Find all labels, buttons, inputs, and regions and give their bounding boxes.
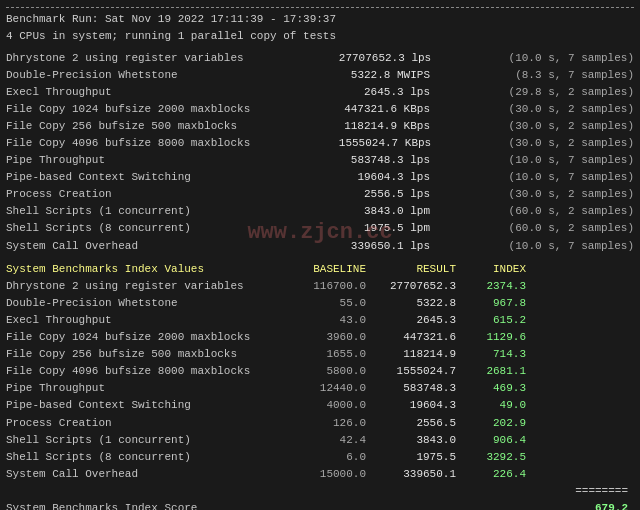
index-row: Shell Scripts (8 concurrent) 6.0 1975.5 … [6, 449, 634, 466]
bench-label: File Copy 256 bufsize 500 maxblocks [6, 118, 286, 135]
top-divider [6, 7, 634, 8]
ir-baseline: 3960.0 [286, 329, 366, 346]
bench-label: Pipe Throughput [6, 152, 286, 169]
idx-header-label: System Benchmarks Index Values [6, 261, 286, 279]
bench-value: 2556.5 lps [340, 186, 430, 203]
ir-result: 583748.3 [366, 380, 456, 397]
bench-label: Shell Scripts (8 concurrent) [6, 220, 286, 237]
bench-meta: (29.8 s, 2 samples) [484, 84, 634, 101]
benchmark-row: Pipe Throughput 583748.3 lps (10.0 s, 7 … [6, 152, 634, 169]
ir-index: 2374.3 [456, 278, 526, 295]
bench-label: Process Creation [6, 186, 286, 203]
bench-value: 1555024.7 KBps [339, 135, 431, 152]
bench-value: 3843.0 lpm [340, 203, 430, 220]
ir-index: 1129.6 [456, 329, 526, 346]
bench-label: File Copy 1024 bufsize 2000 maxblocks [6, 101, 286, 118]
index-row: Process Creation 126.0 2556.5 202.9 [6, 415, 634, 432]
ir-index: 2681.1 [456, 363, 526, 380]
terminal-container: Benchmark Run: Sat Nov 19 2022 17:11:39 … [6, 7, 634, 510]
bench-meta: (10.0 s, 7 samples) [484, 152, 634, 169]
benchmark-run-line: Benchmark Run: Sat Nov 19 2022 17:11:39 … [6, 11, 634, 28]
ir-result: 447321.6 [366, 329, 456, 346]
bench-value: 5322.8 MWIPS [340, 67, 430, 84]
ir-label: File Copy 1024 bufsize 2000 maxblocks [6, 329, 286, 346]
index-header: System Benchmarks Index Values BASELINE … [6, 261, 634, 279]
bench-label: Dhrystone 2 using register variables [6, 50, 286, 67]
ir-label: Double-Precision Whetstone [6, 295, 286, 312]
idx-header-index: INDEX [456, 261, 526, 279]
ir-baseline: 12440.0 [286, 380, 366, 397]
ir-label: File Copy 256 bufsize 500 maxblocks [6, 346, 286, 363]
ir-label: Shell Scripts (8 concurrent) [6, 449, 286, 466]
final-score-row: System Benchmarks Index Score 679.2 [6, 500, 634, 510]
ir-baseline: 55.0 [286, 295, 366, 312]
index-section: System Benchmarks Index Values BASELINE … [6, 261, 634, 483]
index-row: Double-Precision Whetstone 55.0 5322.8 9… [6, 295, 634, 312]
bench-meta: (10.0 s, 7 samples) [484, 169, 634, 186]
index-row: System Call Overhead 15000.0 339650.1 22… [6, 466, 634, 483]
index-row: File Copy 256 bufsize 500 maxblocks 1655… [6, 346, 634, 363]
benchmark-results: Dhrystone 2 using register variables 277… [6, 50, 634, 255]
ir-index: 226.4 [456, 466, 526, 483]
bench-value: 2645.3 lps [340, 84, 430, 101]
ir-baseline: 42.4 [286, 432, 366, 449]
final-score: 679.2 [595, 500, 634, 510]
ir-result: 27707652.3 [366, 278, 456, 295]
bench-meta: (60.0 s, 2 samples) [484, 203, 634, 220]
ir-label: Dhrystone 2 using register variables [6, 278, 286, 295]
bench-meta: (30.0 s, 2 samples) [484, 186, 634, 203]
bench-label: Shell Scripts (1 concurrent) [6, 203, 286, 220]
ir-label: Execl Throughput [6, 312, 286, 329]
bench-label: File Copy 4096 bufsize 8000 maxblocks [6, 135, 286, 152]
ir-result: 19604.3 [366, 397, 456, 414]
bench-label: Execl Throughput [6, 84, 286, 101]
ir-index: 49.0 [456, 397, 526, 414]
benchmark-row: Process Creation 2556.5 lps (30.0 s, 2 s… [6, 186, 634, 203]
index-row: Pipe Throughput 12440.0 583748.3 469.3 [6, 380, 634, 397]
bench-value: 1975.5 lpm [340, 220, 430, 237]
ir-baseline: 5800.0 [286, 363, 366, 380]
bench-value: 27707652.3 lps [339, 50, 431, 67]
benchmark-row: File Copy 256 bufsize 500 maxblocks 1182… [6, 118, 634, 135]
bench-label: System Call Overhead [6, 238, 286, 255]
bench-value: 19604.3 lps [340, 169, 430, 186]
ir-baseline: 43.0 [286, 312, 366, 329]
index-row: Execl Throughput 43.0 2645.3 615.2 [6, 312, 634, 329]
ir-index: 967.8 [456, 295, 526, 312]
bench-label: Pipe-based Context Switching [6, 169, 286, 186]
ir-baseline: 116700.0 [286, 278, 366, 295]
index-row: Dhrystone 2 using register variables 116… [6, 278, 634, 295]
ir-result: 339650.1 [366, 466, 456, 483]
bench-meta: (8.3 s, 7 samples) [484, 67, 634, 84]
bench-meta: (10.0 s, 7 samples) [484, 238, 634, 255]
equals-line: ======== [6, 483, 634, 500]
ir-index: 469.3 [456, 380, 526, 397]
ir-result: 2645.3 [366, 312, 456, 329]
benchmark-row: Dhrystone 2 using register variables 277… [6, 50, 634, 67]
ir-label: Pipe-based Context Switching [6, 397, 286, 414]
ir-result: 1555024.7 [366, 363, 456, 380]
ir-index: 3292.5 [456, 449, 526, 466]
ir-result: 5322.8 [366, 295, 456, 312]
bench-meta: (30.0 s, 2 samples) [484, 101, 634, 118]
ir-index: 202.9 [456, 415, 526, 432]
idx-header-result: RESULT [366, 261, 456, 279]
benchmark-row: File Copy 4096 bufsize 8000 maxblocks 15… [6, 135, 634, 152]
bench-label: Double-Precision Whetstone [6, 67, 286, 84]
ir-label: File Copy 4096 bufsize 8000 maxblocks [6, 363, 286, 380]
ir-index: 615.2 [456, 312, 526, 329]
ir-label: Pipe Throughput [6, 380, 286, 397]
bench-meta: (30.0 s, 2 samples) [484, 135, 634, 152]
ir-result: 3843.0 [366, 432, 456, 449]
ir-baseline: 6.0 [286, 449, 366, 466]
ir-result: 2556.5 [366, 415, 456, 432]
benchmark-row: System Call Overhead 339650.1 lps (10.0 … [6, 238, 634, 255]
ir-baseline: 15000.0 [286, 466, 366, 483]
index-row: Pipe-based Context Switching 4000.0 1960… [6, 397, 634, 414]
bench-meta: (60.0 s, 2 samples) [484, 220, 634, 237]
ir-result: 118214.9 [366, 346, 456, 363]
benchmark-row: Execl Throughput 2645.3 lps (29.8 s, 2 s… [6, 84, 634, 101]
cpu-info-line: 4 CPUs in system; running 1 parallel cop… [6, 28, 634, 45]
benchmark-row: Shell Scripts (8 concurrent) 1975.5 lpm … [6, 220, 634, 237]
ir-baseline: 1655.0 [286, 346, 366, 363]
